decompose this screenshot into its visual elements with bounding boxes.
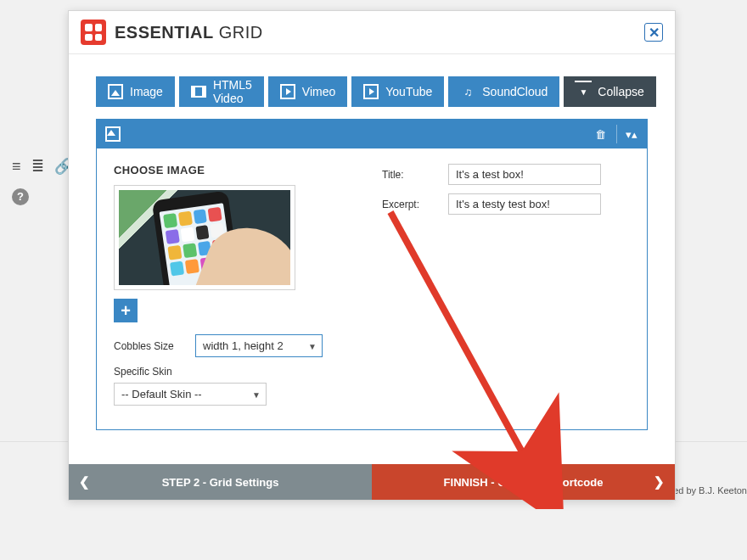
title-input[interactable] (448, 164, 601, 185)
tab-label: Vimeo (302, 85, 335, 98)
modal-footer: ❮ STEP 2 - Grid Settings FINNISH - Gener… (69, 464, 675, 500)
close-button[interactable]: ✕ (644, 23, 663, 42)
delete-button[interactable]: 🗑 (589, 125, 611, 143)
add-image-button[interactable]: + (114, 299, 138, 322)
chevron-down-icon: ▼ (252, 389, 261, 399)
play-icon (363, 84, 379, 99)
cobbles-size-label: Cobbles Size (114, 340, 183, 352)
brand-logo-icon (81, 20, 106, 45)
tab-label: Image (130, 85, 163, 98)
choose-image-heading: CHOOSE IMAGE (114, 164, 360, 176)
panel-header-actions: 🗑 ▾▴ (589, 125, 638, 143)
button-label: STEP 2 - Grid Settings (162, 476, 279, 489)
tab-label: YouTube (385, 85, 432, 98)
music-note-icon (460, 84, 475, 99)
panel-left-column: CHOOSE IMAGE (114, 164, 360, 406)
chevron-down-icon: ▼ (308, 341, 317, 350)
modal-header: ESSENTIAL GRID ✕ (69, 11, 675, 54)
image-thumbnail[interactable] (114, 185, 295, 290)
select-value: -- Default Skin -- (121, 388, 202, 400)
button-label: FINNISH - Generate Shortcode (444, 476, 604, 489)
film-icon (191, 84, 206, 99)
prev-step-button[interactable]: ❮ STEP 2 - Grid Settings (69, 464, 372, 500)
collapse-icon (576, 84, 591, 99)
brand-title-strong: ESSENTIAL (115, 23, 214, 42)
tab-soundcloud[interactable]: SoundCloud (448, 76, 559, 107)
select-value: width 1, height 2 (203, 339, 284, 352)
help-icon: ? (12, 188, 29, 205)
brand-title-light: GRID (219, 23, 263, 42)
credit-text: ed by B.J. Keeton (673, 485, 747, 496)
brand-title: ESSENTIAL GRID (115, 23, 263, 42)
thumbnail-preview (119, 190, 290, 285)
title-field: Title: (382, 164, 630, 185)
play-icon (280, 84, 295, 99)
chevron-right-icon: ❯ (654, 474, 665, 490)
chevron-left-icon: ❮ (79, 474, 90, 490)
panel-body: CHOOSE IMAGE (97, 148, 647, 429)
cobbles-size-select[interactable]: width 1, height 2 ▼ (195, 334, 323, 357)
excerpt-label: Excerpt: (382, 199, 448, 210)
list-icon: ≡ (12, 158, 21, 176)
collapse-panel-button[interactable]: ▾▴ (616, 125, 638, 143)
tab-vimeo[interactable]: Vimeo (268, 76, 347, 107)
image-icon (108, 84, 123, 99)
tab-collapse[interactable]: Collapse (564, 76, 655, 107)
excerpt-field: Excerpt: (382, 193, 630, 215)
image-icon (105, 126, 121, 142)
media-item-panel: 🗑 ▾▴ CHOOSE IMAGE (96, 119, 648, 430)
generate-shortcode-button[interactable]: FINNISH - Generate Shortcode ❯ (372, 464, 675, 500)
specific-skin-label: Specific Skin (114, 366, 216, 378)
tab-image[interactable]: Image (96, 76, 175, 107)
modal-body: Image HTML5 Video Vimeo YouTube SoundClo… (69, 54, 675, 464)
tab-html5-video[interactable]: HTML5 Video (179, 76, 264, 107)
panel-right-column: Title: Excerpt: (382, 164, 630, 406)
specific-skin-field: Specific Skin (114, 366, 360, 378)
cobbles-size-field: Cobbles Size width 1, height 2 ▼ (114, 334, 360, 357)
excerpt-input[interactable] (448, 193, 601, 215)
essential-grid-modal: ESSENTIAL GRID ✕ Image HTML5 Video Vimeo… (68, 10, 676, 501)
tab-label: Collapse (598, 85, 643, 98)
tab-label: SoundCloud (482, 85, 548, 98)
indent-icon: ≣ (31, 157, 44, 176)
specific-skin-select[interactable]: -- Default Skin -- ▼ (114, 383, 267, 406)
tab-youtube[interactable]: YouTube (351, 76, 444, 107)
title-label: Title: (382, 169, 448, 181)
tab-label: HTML5 Video (213, 78, 252, 105)
media-type-tabs: Image HTML5 Video Vimeo YouTube SoundClo… (96, 76, 648, 107)
panel-header: 🗑 ▾▴ (97, 120, 647, 148)
brand: ESSENTIAL GRID (81, 20, 263, 45)
